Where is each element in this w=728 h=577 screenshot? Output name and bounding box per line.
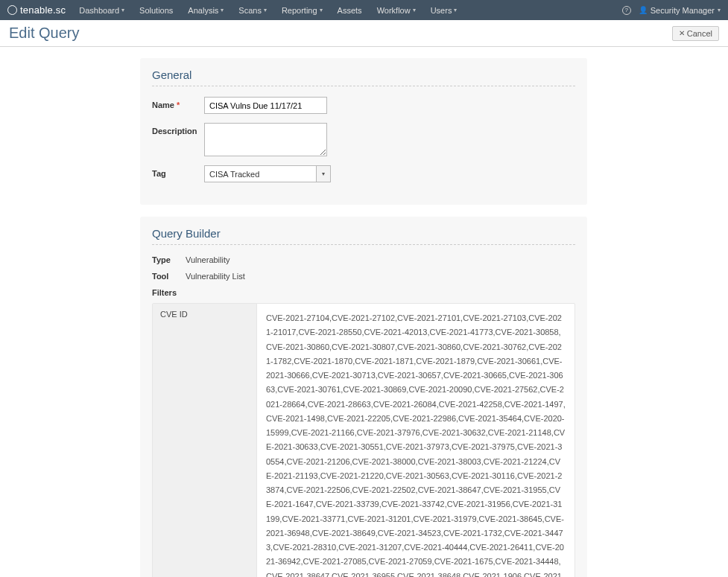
user-icon: 👤 xyxy=(639,6,648,14)
form-column: General Name * Description Tag CISA Trac… xyxy=(140,58,587,577)
caret-down-icon: ▾ xyxy=(121,7,124,13)
panel-general: General Name * Description Tag CISA Trac… xyxy=(140,58,587,205)
cancel-label: Cancel xyxy=(687,29,712,38)
caret-down-icon: ▾ xyxy=(320,7,323,13)
nav-label: Analysis xyxy=(188,6,218,15)
type-label: Type xyxy=(152,255,186,264)
user-menu[interactable]: 👤 Security Manager ▾ xyxy=(639,6,721,15)
type-value: Vulnerability xyxy=(186,255,230,264)
navbar-right: ? 👤 Security Manager ▾ xyxy=(622,6,721,15)
brand[interactable]: tenable.sc xyxy=(7,4,66,16)
tag-label: Tag xyxy=(152,165,204,178)
close-icon: ✕ xyxy=(679,29,685,37)
cancel-button-top[interactable]: ✕ Cancel xyxy=(672,26,719,41)
nav-label: Reporting xyxy=(282,6,317,15)
caret-down-icon[interactable]: ▾ xyxy=(316,165,331,182)
filter-row: CVE ID CVE-2021-27104,CVE-2021-27102,CVE… xyxy=(152,303,575,577)
name-input[interactable] xyxy=(204,97,327,114)
name-label: Name * xyxy=(152,97,204,109)
tool-label: Tool xyxy=(152,272,186,281)
page-title: Edit Query xyxy=(9,25,79,42)
panel-query-title: Query Builder xyxy=(152,227,575,245)
brand-text: tenable.sc xyxy=(20,4,66,16)
nav-users[interactable]: Users▾ xyxy=(423,0,465,20)
tag-select[interactable]: CISA Tracked ▾ xyxy=(204,165,331,182)
row-tag: Tag CISA Tracked ▾ xyxy=(152,165,575,182)
required-marker: * xyxy=(177,101,180,109)
help-icon[interactable]: ? xyxy=(622,6,631,15)
caret-down-icon: ▾ xyxy=(454,7,457,13)
nav-label: Assets xyxy=(338,6,362,15)
content: General Name * Description Tag CISA Trac… xyxy=(0,47,728,577)
row-type: Type Vulnerability xyxy=(152,255,575,264)
nav-label: Workflow xyxy=(377,6,411,15)
navbar-left: tenable.sc Dashboard▾ Solutions Analysis… xyxy=(7,0,464,20)
nav-reporting[interactable]: Reporting▾ xyxy=(274,0,330,20)
description-label: Description xyxy=(152,123,204,136)
nav-solutions[interactable]: Solutions xyxy=(132,0,180,20)
nav-label: Users xyxy=(431,6,452,15)
nav-label: Solutions xyxy=(139,6,173,15)
titlebar: Edit Query ✕ Cancel xyxy=(0,20,728,47)
nav-label: Dashboard xyxy=(79,6,119,15)
caret-down-icon: ▾ xyxy=(221,7,224,13)
row-name: Name * xyxy=(152,97,575,114)
nav-workflow[interactable]: Workflow▾ xyxy=(370,0,423,20)
nav-analysis[interactable]: Analysis▾ xyxy=(180,0,231,20)
panel-query-builder: Query Builder Type Vulnerability Tool Vu… xyxy=(140,217,587,577)
brand-logo-icon xyxy=(7,5,17,15)
row-tool: Tool Vulnerability List xyxy=(152,272,575,281)
filters-heading: Filters xyxy=(152,288,575,297)
user-menu-label: Security Manager xyxy=(651,6,715,15)
nav-scans[interactable]: Scans▾ xyxy=(231,0,274,20)
filter-field-name[interactable]: CVE ID xyxy=(153,304,257,577)
nav-items: Dashboard▾ Solutions Analysis▾ Scans▾ Re… xyxy=(72,0,464,20)
top-navbar: tenable.sc Dashboard▾ Solutions Analysis… xyxy=(0,0,728,20)
label-text: Name xyxy=(152,101,174,109)
panel-general-title: General xyxy=(152,68,575,86)
tag-select-value: CISA Tracked xyxy=(204,165,316,182)
caret-down-icon: ▾ xyxy=(718,7,721,13)
tool-value: Vulnerability List xyxy=(186,272,245,281)
caret-down-icon: ▾ xyxy=(413,7,416,13)
caret-down-icon: ▾ xyxy=(264,7,267,13)
filter-field-value[interactable]: CVE-2021-27104,CVE-2021-27102,CVE-2021-2… xyxy=(257,304,575,577)
row-description: Description xyxy=(152,123,575,156)
description-textarea[interactable] xyxy=(204,123,327,156)
nav-label: Scans xyxy=(238,6,262,15)
nav-assets[interactable]: Assets xyxy=(330,0,370,20)
nav-dashboard[interactable]: Dashboard▾ xyxy=(72,0,132,20)
